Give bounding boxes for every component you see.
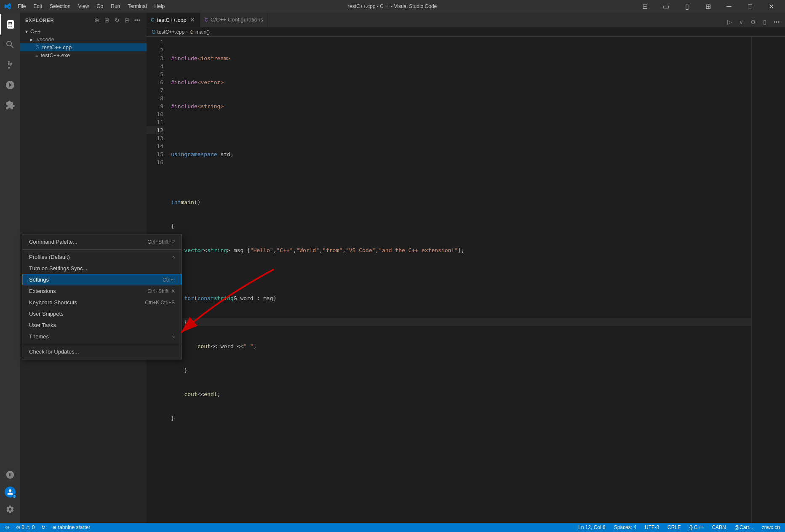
activity-source-control[interactable] <box>0 55 20 75</box>
tab-testcpp[interactable]: G testC++.cpp ✕ <box>147 12 200 27</box>
toggle-sidebar-button[interactable]: ▯ <box>677 0 697 13</box>
encoding-status[interactable]: UTF-8 <box>643 523 661 532</box>
breadcrumb-separator: › <box>186 29 188 35</box>
user-tasks-item[interactable]: User Tasks <box>22 319 182 331</box>
code-line-7: int main() <box>171 198 751 206</box>
cmd-palette-item[interactable]: Command Palette... Ctrl+Shift+P <box>22 236 182 247</box>
settings-item[interactable]: Settings Ctrl+, <box>22 274 182 285</box>
eol-label: CRLF <box>668 524 681 530</box>
remote-icon: ⊙ <box>5 524 9 530</box>
root-folder-label: C++ <box>30 28 41 35</box>
menu-selection[interactable]: Selection <box>46 3 74 10</box>
run-dropdown-button[interactable]: ∨ <box>736 17 746 27</box>
sync-item[interactable]: Turn on Settings Sync... <box>22 263 182 274</box>
root-folder[interactable]: ▾ C++ <box>20 27 147 35</box>
profiles-item[interactable]: Profiles (Default) › <box>22 251 182 263</box>
menu-terminal[interactable]: Terminal <box>124 3 150 10</box>
tab-config[interactable]: C C/C++ Configurations <box>200 12 268 27</box>
minimap <box>751 37 785 523</box>
language-status[interactable]: {} C++ <box>687 523 705 532</box>
encoding-label: UTF-8 <box>645 524 659 530</box>
split-editor-button[interactable]: ▯ <box>760 17 770 27</box>
activity-remote[interactable] <box>0 465 20 485</box>
tabnine-status[interactable]: ⊕ tabnine starter <box>51 523 92 532</box>
minimize-button[interactable]: ─ <box>719 0 739 13</box>
close-button[interactable]: ✕ <box>761 0 781 13</box>
extensions-item[interactable]: Extensions Ctrl+Shift+X <box>22 285 182 297</box>
code-line-10 <box>171 270 751 278</box>
maximize-button[interactable]: □ <box>740 0 760 13</box>
more-tab-actions-button[interactable]: ••• <box>772 17 782 27</box>
notifications-status[interactable]: CABN <box>710 523 727 532</box>
title-bar: File Edit Selection View Go Run Terminal… <box>0 0 785 13</box>
refresh-button[interactable]: ↻ <box>113 16 121 24</box>
menu-go[interactable]: Go <box>93 3 107 10</box>
menu-run[interactable]: Run <box>107 3 123 10</box>
sync-label: Turn on Settings Sync... <box>29 265 87 271</box>
breadcrumb: G testC++.cpp › ⊙ main() <box>147 27 785 37</box>
activity-settings[interactable] <box>0 499 20 519</box>
remote-status[interactable]: ⊙ <box>3 523 11 532</box>
check-updates-item[interactable]: Check for Updates... <box>22 346 182 357</box>
status-bar-left: ⊙ ⊗ 0 ⚠ 0 ↻ ⊕ tabnine starter <box>3 523 92 532</box>
collapse-button[interactable]: ⊟ <box>123 16 131 24</box>
editor-area: G testC++.cpp ✕ C C/C++ Configurations ▷… <box>147 13 785 523</box>
layout-toggle-button[interactable]: ⊟ <box>635 0 654 13</box>
code-line-5: using namespace std; <box>171 150 751 158</box>
indentation-label: Spaces: 4 <box>614 524 636 530</box>
code-line-15: cout << endl; <box>171 390 751 398</box>
code-editor[interactable]: #include <iostream> #include <vector> #i… <box>168 37 751 523</box>
breadcrumb-file[interactable]: testC++.cpp <box>157 29 184 35</box>
account-status[interactable]: @Cart... <box>733 523 755 532</box>
branding-label: znwx.cn <box>762 524 780 530</box>
code-line-9: vector<string> msg {"Hello", "C++", "Wor… <box>171 246 751 254</box>
menu-help[interactable]: Help <box>151 3 168 10</box>
code-line-12: { <box>171 318 751 326</box>
code-line-16: } <box>171 414 751 422</box>
settings-label: Settings <box>29 277 49 283</box>
eol-status[interactable]: CRLF <box>666 523 682 532</box>
tab-close-button[interactable]: ✕ <box>189 16 196 23</box>
exe-file-icon: ≡ <box>35 53 38 58</box>
menu-file[interactable]: File <box>14 3 29 10</box>
errors-warnings-label: ⊗ 0 ⚠ 0 <box>16 524 35 530</box>
user-snippets-item[interactable]: User Snippets <box>22 308 182 319</box>
code-line-8: { <box>171 222 751 230</box>
menu-edit[interactable]: Edit <box>30 3 45 10</box>
vscode-folder[interactable]: ▸ .vscode <box>20 35 147 43</box>
more-actions-button[interactable]: ••• <box>133 16 142 24</box>
settings-gear-button[interactable]: ⚙ <box>748 17 758 27</box>
activity-search[interactable] <box>0 35 20 55</box>
selected-file[interactable]: G testC++.cpp <box>20 43 147 51</box>
new-file-button[interactable]: ⊕ <box>93 16 101 24</box>
layout-options-button[interactable]: ⊞ <box>698 0 718 13</box>
title-bar-left: File Edit Selection View Go Run Terminal… <box>4 3 168 10</box>
themes-item[interactable]: Themes › <box>22 331 182 342</box>
sidebar-title: EXPLORER <box>25 18 54 23</box>
activity-run-debug[interactable] <box>0 75 20 95</box>
status-bar-right: Ln 12, Col 6 Spaces: 4 UTF-8 CRLF {} C++… <box>577 523 782 532</box>
profiles-label: Profiles (Default) <box>29 254 70 260</box>
toggle-panel-button[interactable]: ▭ <box>656 0 676 13</box>
indentation-status[interactable]: Spaces: 4 <box>612 523 638 532</box>
errors-warnings-status[interactable]: ⊗ 0 ⚠ 0 <box>14 523 36 532</box>
config-tab-icon: C <box>205 17 208 22</box>
breadcrumb-function[interactable]: ⊙ <box>190 29 194 35</box>
user-snippets-label: User Snippets <box>29 311 64 317</box>
menu-separator-1 <box>22 249 182 250</box>
account-avatar[interactable]: 1 <box>5 487 16 497</box>
run-button[interactable]: ▷ <box>724 17 734 27</box>
breadcrumb-function-label[interactable]: main() <box>195 29 210 35</box>
extensions-label: Extensions <box>29 288 56 294</box>
exe-file[interactable]: ≡ testC++.exe <box>20 51 147 59</box>
new-folder-button[interactable]: ⊞ <box>103 16 111 24</box>
cursor-position-status[interactable]: Ln 12, Col 6 <box>577 523 607 532</box>
activity-extensions[interactable] <box>0 95 20 115</box>
keyboard-shortcuts-item[interactable]: Keyboard Shortcuts Ctrl+K Ctrl+S <box>22 297 182 308</box>
activity-explorer[interactable] <box>0 14 20 35</box>
sync-status[interactable]: ↻ <box>40 523 47 532</box>
menu-view[interactable]: View <box>75 3 92 10</box>
window-title: testC++.cpp - C++ - Visual Studio Code <box>348 3 437 9</box>
sync-icon: ↻ <box>41 524 45 530</box>
chevron-down-icon: ▾ <box>25 29 28 35</box>
